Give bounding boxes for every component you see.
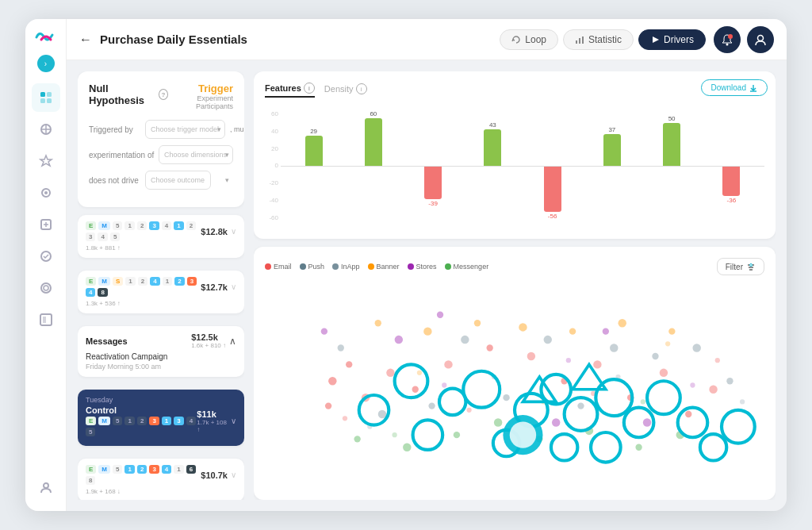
svg-point-54	[692, 344, 700, 351]
sidebar-item-bottom[interactable]	[32, 473, 60, 501]
badge-m: M	[98, 221, 110, 230]
ex1-n8: 8	[86, 476, 95, 485]
svg-point-91	[690, 382, 695, 387]
scatter-svg	[265, 282, 764, 489]
sidebar-item-nav1[interactable]	[32, 83, 60, 112]
ex1-n7: 6	[186, 465, 196, 474]
header-tabs: Loop Statistic Drivers	[500, 29, 706, 50]
legend-stores: Stores	[408, 263, 437, 271]
ex1-badge-e: E	[86, 465, 96, 474]
control-sub: 1.7k + 108 ↑	[197, 419, 228, 433]
page-title: Purchase Daily Essentials	[100, 33, 492, 46]
legend-email: Email	[265, 263, 292, 271]
svg-point-45	[338, 344, 344, 351]
svg-point-90	[665, 341, 670, 346]
density-info-icon[interactable]: i	[356, 83, 367, 94]
sidebar-item-nav8[interactable]	[32, 305, 60, 334]
sidebar-item-nav2[interactable]	[32, 115, 60, 144]
tab-density[interactable]: Density i	[324, 83, 367, 98]
badge-num2e: 2	[174, 277, 184, 286]
badge-e: E	[86, 221, 96, 230]
variant-card-2: E M S 1 2 4 1 2 3 4 8	[78, 271, 244, 313]
ctrl-badge-e: E	[86, 417, 96, 425]
experimentation-row: experimentation of Choose dimensions	[89, 145, 233, 164]
svg-point-97	[413, 420, 443, 450]
svg-point-86	[566, 358, 571, 363]
sidebar-item-nav5[interactable]	[32, 210, 60, 239]
badge-num2h: 8	[98, 288, 107, 297]
extra1-badges: E M 5 1 2 3 4 1 6 8	[86, 465, 201, 485]
triggered-by-label: Triggered by	[89, 125, 140, 134]
ctrl-badge-2: 2	[137, 417, 147, 425]
trigger-model-select[interactable]: Choose trigger model	[145, 120, 225, 139]
notification-button[interactable]	[714, 26, 741, 53]
messages-price: $12.5k	[191, 332, 226, 342]
svg-point-108	[678, 408, 708, 438]
sidebar-item-nav4[interactable]	[32, 179, 60, 207]
null-hypothesis-title: Null Hypothesis ?	[89, 83, 168, 106]
experiment-participants: Experiment Participants	[168, 94, 233, 110]
svg-point-77	[343, 416, 347, 421]
svg-point-14	[44, 286, 48, 290]
svg-point-107	[647, 381, 680, 414]
svg-point-8	[44, 191, 48, 194]
download-button[interactable]: Download	[701, 79, 768, 96]
ctrl-badge-4: 1	[162, 417, 171, 425]
app-container: › ←	[25, 19, 787, 511]
variant-1-chevron[interactable]: ∨	[231, 227, 236, 236]
sidebar-item-nav6[interactable]	[32, 242, 60, 271]
svg-point-69	[619, 319, 626, 327]
viz-card: Email Push InApp	[254, 247, 776, 500]
null-hypothesis-info-icon[interactable]: ?	[159, 89, 168, 100]
variant-2-chevron[interactable]: ∨	[231, 282, 236, 291]
sidebar-item-nav3[interactable]	[32, 147, 60, 175]
ex1-n6: 1	[174, 465, 183, 474]
control-sublabel: Tuesday	[86, 396, 236, 404]
svg-point-51	[577, 402, 584, 409]
svg-point-33	[325, 402, 331, 409]
control-price: $11k	[197, 409, 228, 419]
badge-num-active2: 1	[174, 221, 183, 230]
svg-point-66	[474, 320, 481, 326]
ex1-n3: 2	[137, 465, 147, 474]
extra1-price: $10.7k	[201, 470, 228, 480]
tab-drivers[interactable]: Drivers	[638, 29, 706, 50]
tab-features[interactable]: Features i	[265, 83, 315, 98]
variant-2-badges: E M S 1 2 4 1 2 3 4 8	[86, 277, 201, 297]
sidebar-item-nav7[interactable]	[32, 274, 60, 302]
svg-point-53	[652, 353, 658, 359]
svg-point-96	[439, 389, 465, 415]
svg-point-110	[722, 410, 755, 444]
chart-header: Features i Density i	[265, 83, 764, 98]
content-area: Null Hypothesis ? Trigger Experiment Par…	[67, 60, 787, 511]
svg-point-40	[593, 360, 601, 368]
extra1-chevron[interactable]: ∨	[231, 470, 236, 479]
svg-rect-20	[582, 36, 584, 44]
right-panel: Download Features i Density i	[254, 71, 776, 500]
svg-point-55	[726, 378, 733, 384]
multi-variant-label: , multi-variant	[230, 125, 244, 133]
tab-loop[interactable]: Loop	[500, 29, 558, 50]
messages-sub: 1.6k + 810 ↑	[191, 342, 226, 349]
features-info-icon[interactable]: i	[304, 83, 315, 94]
badge-num: 2	[186, 221, 196, 230]
svg-point-71	[321, 328, 327, 334]
svg-point-44	[709, 386, 717, 394]
svg-rect-1	[47, 92, 52, 97]
sidebar-expand-btn[interactable]: ›	[37, 55, 55, 72]
ctrl-badge-5b: 3	[174, 417, 183, 425]
dimensions-select[interactable]: Choose dimensions	[159, 145, 233, 164]
outcome-select[interactable]: Choose outcome	[145, 171, 211, 190]
user-button[interactable]	[747, 26, 774, 53]
legend-inapp: InApp	[332, 263, 360, 271]
back-button[interactable]: ←	[79, 33, 92, 47]
svg-point-67	[519, 323, 527, 331]
ctrl-badge-6: 4	[186, 417, 196, 425]
main-content: ← Purchase Daily Essentials Loop Statist…	[67, 19, 787, 511]
messages-chevron[interactable]: ∧	[229, 336, 236, 347]
control-chevron[interactable]: ∨	[231, 417, 236, 425]
badge-num: 1	[124, 221, 134, 230]
svg-point-74	[552, 418, 560, 426]
filter-button[interactable]: Filter	[717, 258, 764, 275]
tab-statistic[interactable]: Statistic	[563, 29, 634, 50]
